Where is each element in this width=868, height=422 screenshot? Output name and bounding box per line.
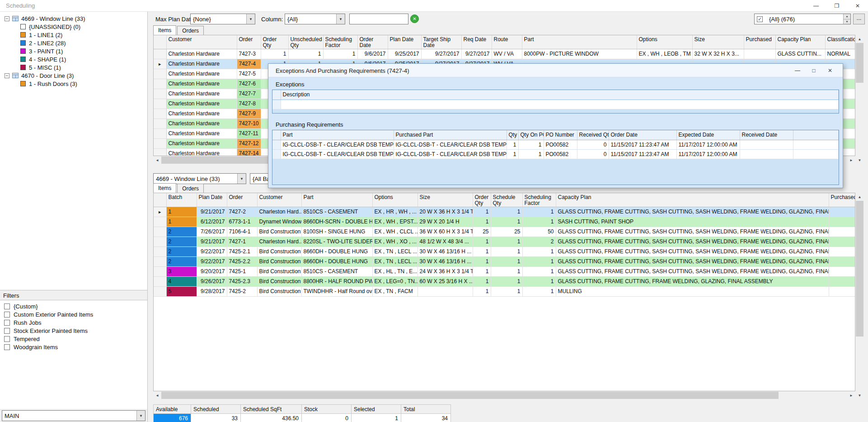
part-cell[interactable]: 8660DH - DOUBLE HUNG [301,247,372,256]
column-header[interactable]: Purchased [829,193,855,207]
filter-item[interactable]: {Custom} [0,302,147,310]
order-cell[interactable]: 7427-6 [237,79,261,89]
batch-cell[interactable]: 5 [166,286,197,296]
unscheduled-qty-cell[interactable]: 1 [288,49,323,59]
row-header-cell[interactable] [154,49,166,59]
size-cell[interactable]: 24 W X 36 H X 3 1/4 T [418,266,473,276]
column-header[interactable]: Part [522,35,637,49]
row-header-cell[interactable] [154,227,166,237]
options-cell[interactable]: EX , TN , LECL ... [372,247,418,256]
filter-checkbox[interactable] [4,344,10,350]
order-qty-cell[interactable]: 1 [473,286,491,296]
purchased-part-cell[interactable]: IG-CLCL-DSB-T - CLEAR/CLEAR DSB TEMPERED [394,140,507,149]
row-header-cell[interactable] [154,109,166,119]
order-cell[interactable]: 7425-1 [227,266,257,276]
customer-cell[interactable]: Dynamet Windows [257,217,301,227]
item-row[interactable]: 2 9/22/2017 7425-2.1 Bird Construction 8… [154,247,855,256]
scheduling-factor-cell[interactable]: 1 [522,217,556,227]
part-cell[interactable]: 8220SL - TWO-LITE SLIDER [301,237,372,247]
order-cell[interactable]: 7427-12 [237,138,261,148]
item-row[interactable]: 3 9/20/2017 7425-1 Bird Construction 851… [154,266,855,276]
column-header[interactable]: Description [281,90,839,100]
chevron-down-icon[interactable]: ▼ [237,174,246,184]
order-cell[interactable]: 7427-9 [237,109,261,119]
spinner-down-icon[interactable]: ▼ [844,19,850,24]
filter-checkbox[interactable] [4,336,10,342]
order-row[interactable]: Charleston Hardware 7427-3 1 1 1 9/6/201… [154,49,855,59]
po-number-cell[interactable]: PO00582 [544,140,577,149]
order-qty-cell[interactable]: 1 [473,276,491,286]
part-cell[interactable]: TWINDHHR - Half Round ov... [301,286,372,296]
schedule-qty-cell[interactable]: 1 [491,237,522,247]
qty-on-po-cell[interactable]: 1 [518,149,544,159]
customer-cell[interactable]: Charleston Hardware [166,109,237,119]
order-cell[interactable]: 7427-14 [237,148,261,156]
order-cell[interactable]: 7427-7 [237,89,261,99]
order-qty-cell[interactable]: 1 [473,207,491,217]
received-date-cell[interactable] [740,149,793,159]
classification-cell[interactable]: NORMAL [825,49,855,59]
part-cell[interactable]: IG-CLCL-DSB-T - CLEAR/CLEAR DSB TEMPERED [281,140,394,149]
filter-item[interactable]: Stock Exterior Painted Items [0,327,147,335]
part-cell[interactable]: 8000PW - PICTURE WINDOW [522,49,637,59]
column-header[interactable]: Options [637,35,692,49]
size-cell[interactable]: 60 W X 25 3/16 H X ... [418,276,473,286]
batch-cell[interactable]: 2 [166,256,197,266]
column-header[interactable]: PO Number [544,130,577,140]
row-header-cell[interactable] [154,69,166,79]
customer-cell[interactable]: Charleston Hardware [166,59,237,69]
dialog-maximize-button[interactable]: □ [806,67,822,74]
received-qty-cell[interactable]: 0 [577,140,609,149]
purchasing-row[interactable]: IG-CLCL-DSB-T - CLEAR/CLEAR DSB TEMPERED… [272,149,839,159]
options-cell[interactable]: EX , TN , LECL ... [372,256,418,266]
row-header-cell[interactable] [154,247,166,256]
filter-item[interactable]: Tempered [0,335,147,343]
plan-date-cell[interactable]: 6/12/2017 [197,217,227,227]
batch-cell[interactable]: 2 [166,237,197,247]
column-header[interactable]: Order Qty [261,35,288,49]
customer-cell[interactable]: Bird Construction [257,247,301,256]
row-header-cell[interactable] [154,237,166,247]
expected-date-cell[interactable]: 11/17/2017 12:00:00 AM [676,140,740,149]
item-row[interactable]: 4 9/26/2017 7425-2.3 Bird Construction 8… [154,276,855,286]
column-header[interactable]: Scheduling Factor [323,35,357,49]
column-header[interactable]: Batch [166,193,197,207]
column-header[interactable]: Order Date [357,35,388,49]
scrollbar-thumb[interactable] [161,392,779,399]
column-header[interactable]: Part [301,193,372,207]
scheduling-factor-cell[interactable]: 1 [522,256,556,266]
order-cell[interactable]: 6773-1-1 [227,217,257,227]
order-date-cell[interactable]: 11/15/2017 11:23:47 AM [609,140,676,149]
customer-cell[interactable]: Charleston Hardware [166,99,237,109]
all-filter-checkbox[interactable]: ✓ [757,16,763,22]
purchased-cell[interactable] [829,227,855,237]
plan-date-cell[interactable]: 9/28/2017 [197,286,227,296]
more-options-button[interactable]: ... [853,14,865,24]
customer-cell[interactable]: Bird Construction [257,227,301,237]
batch-filter-select[interactable]: ✓ {All} (676) ▲ ▼ [754,14,851,24]
plan-date-cell[interactable]: 9/20/2017 [197,266,227,276]
purchased-cell[interactable] [829,266,855,276]
batch-cell[interactable]: 1 [166,217,197,227]
purchased-cell[interactable] [829,276,855,286]
item-row[interactable]: 5 9/28/2017 7425-2 Bird Construction TWI… [154,286,855,296]
size-cell[interactable]: 30 W X 46 13/16 H ... [418,256,473,266]
scroll-up-icon[interactable]: ▲ [855,193,864,201]
tab-orders-top[interactable]: Orders [177,26,204,35]
customer-cell[interactable]: Bird Construction [257,286,301,296]
schedule-qty-cell[interactable]: 25 [491,227,522,237]
customer-cell[interactable]: Charleston Hard... [257,237,301,247]
spinner-up-icon[interactable]: ▲ [844,14,850,19]
row-header-cell[interactable] [154,119,166,128]
order-cell[interactable]: 7427-5 [237,69,261,79]
plan-date-cell[interactable]: 9/22/2017 [197,247,227,256]
capacity-plan-cell[interactable]: GLASS CUTTING, FRAME CUTTING, SASH CUTTI… [556,256,829,266]
column-header[interactable]: Order [237,35,261,49]
filter-item[interactable]: Woodgrain Items [0,343,147,351]
batch-cell[interactable]: 2 [166,227,197,237]
scheduling-factor-cell[interactable]: 1 [522,247,556,256]
column-header[interactable]: Customer [166,35,237,49]
scroll-up-icon[interactable]: ▲ [855,35,864,43]
filter-text-input[interactable] [349,14,408,24]
plan-date-cell[interactable]: 9/21/2017 [197,237,227,247]
